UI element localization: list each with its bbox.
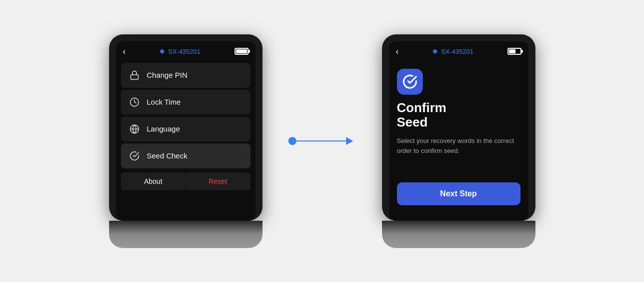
right-device-bottom <box>382 221 535 248</box>
about-button[interactable]: About <box>121 172 186 190</box>
left-device-name-group: ✱ SX-435201 <box>159 48 200 55</box>
svg-rect-0 <box>130 75 138 79</box>
menu-label-language: Language <box>147 125 180 133</box>
right-status-bar: ‹ ✱ SX-435201 <box>389 41 528 61</box>
menu-label-lock-time: Lock Time <box>147 98 181 106</box>
right-device-screen: ‹ ✱ SX-435201 <box>389 41 528 221</box>
right-battery-fill <box>509 49 515 53</box>
confirm-seed-content: Confirm Seed Select your recovery words … <box>389 61 528 214</box>
left-battery-icon <box>235 48 249 55</box>
menu-item-lock-time[interactable]: Lock Time <box>121 90 251 115</box>
menu-label-change-pin: Change PIN <box>147 71 188 79</box>
menu-label-seed-check: Seed Check <box>147 151 188 160</box>
left-back-arrow[interactable]: ‹ <box>123 46 126 57</box>
right-device-id: SX-435201 <box>441 48 473 55</box>
globe-icon <box>129 124 140 135</box>
confirm-checkmark-icon <box>402 74 417 89</box>
reset-button[interactable]: Reset <box>186 172 251 190</box>
left-battery-fill <box>236 49 247 53</box>
left-screen-content: Change PIN Lock Time <box>116 61 256 218</box>
arrow-connector <box>292 134 352 148</box>
left-device-body: ‹ ✱ SX-435201 <box>109 34 262 221</box>
menu-item-seed-check[interactable]: Seed Check <box>121 143 251 168</box>
lock-icon <box>129 70 140 81</box>
menu-item-change-pin[interactable]: Change PIN <box>121 63 251 88</box>
right-device-body: ‹ ✱ SX-435201 <box>382 34 535 221</box>
scene: ‹ ✱ SX-435201 <box>0 0 644 282</box>
left-status-bar: ‹ ✱ SX-435201 <box>116 41 256 61</box>
confirm-seed-title: Confirm Seed <box>397 101 520 131</box>
right-back-arrow[interactable]: ‹ <box>396 46 399 57</box>
clock-icon <box>129 97 140 108</box>
left-device: ‹ ✱ SX-435201 <box>109 34 262 248</box>
right-bluetooth-icon: ✱ <box>432 48 438 55</box>
confirm-seed-icon-wrap <box>397 69 423 95</box>
right-device-name-group: ✱ SX-435201 <box>432 48 473 55</box>
left-device-screen: ‹ ✱ SX-435201 <box>116 41 256 221</box>
arrow-line <box>292 141 352 141</box>
confirm-seed-description: Select your recovery words in the correc… <box>397 136 520 155</box>
left-device-id: SX-435201 <box>168 48 200 55</box>
arrow-head <box>346 137 353 145</box>
menu-bottom-buttons: About Reset <box>121 172 251 190</box>
next-step-button[interactable]: Next Step <box>397 182 520 205</box>
right-battery-icon <box>508 48 521 55</box>
left-device-bottom <box>109 221 262 248</box>
left-bluetooth-icon: ✱ <box>159 48 165 55</box>
right-device: ‹ ✱ SX-435201 <box>382 34 535 248</box>
menu-item-language[interactable]: Language <box>121 117 251 141</box>
check-circle-icon <box>129 150 140 161</box>
